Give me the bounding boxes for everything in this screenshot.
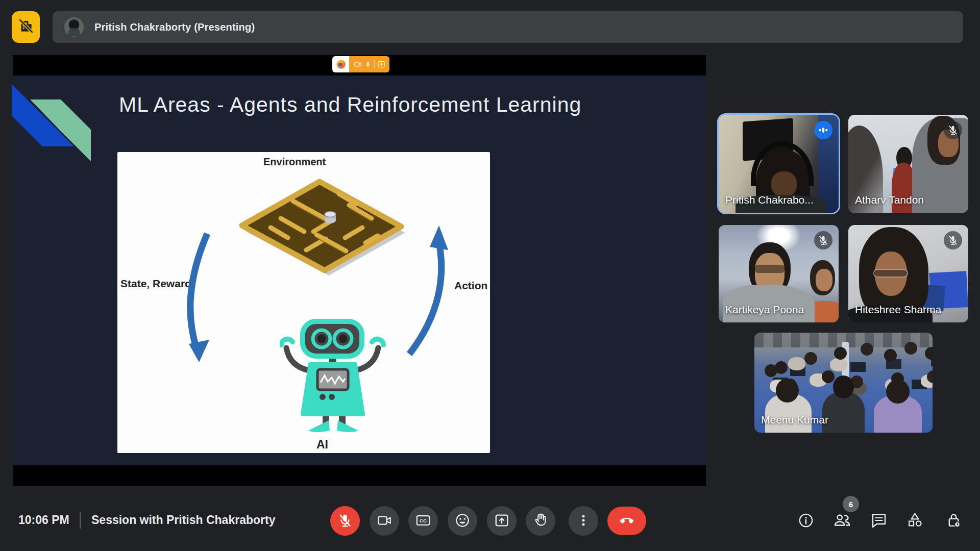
mic-toggle-button[interactable]: [330, 506, 360, 536]
clock: 10:06 PM: [18, 513, 69, 527]
host-controls-button[interactable]: [944, 512, 963, 530]
activities-button[interactable]: [905, 512, 924, 530]
divider: [80, 512, 81, 529]
slide-corner-ribbon: [12, 84, 104, 171]
camera-permission-icon: [354, 60, 362, 68]
building-slash-icon: [16, 16, 36, 38]
camera-toggle-button[interactable]: [370, 506, 399, 536]
google-meet-window: Pritish Chakraborty (Presenting) ML Area…: [0, 0, 980, 551]
meeting-details-button[interactable]: [797, 512, 815, 530]
captions-icon: [415, 513, 431, 530]
info-icon: [798, 512, 814, 530]
presenter-avatar: [64, 17, 84, 37]
firefox-icon: [332, 56, 349, 72]
muted-mic-icon: [944, 121, 962, 139]
microphone-permission-icon: [364, 61, 372, 68]
divider: [374, 60, 375, 68]
letterbox-bottom: [13, 465, 706, 486]
presenting-warning-chip[interactable]: [12, 11, 40, 43]
participant-name: Hiteshree Sharma: [855, 304, 941, 316]
participant-name: Meenu Kumar: [761, 414, 828, 426]
participant-name: Kartikeya Poona: [725, 304, 804, 316]
rl-diagram: Environment State, Reward Action AI: [117, 152, 490, 453]
participant-tile[interactable]: Meenu Kumar: [754, 333, 933, 433]
browser-share-indicator[interactable]: [332, 56, 389, 72]
camera-icon: [377, 513, 392, 530]
reactions-button[interactable]: [448, 506, 477, 536]
raise-hand-button[interactable]: [526, 506, 555, 536]
activities-icon: [906, 512, 923, 530]
people-icon: [834, 512, 851, 531]
slide-title: ML Areas - Agents and Reinforcement Lear…: [119, 93, 581, 117]
present-button[interactable]: [487, 506, 517, 536]
participant-tile[interactable]: Pritish Chakrabo...: [719, 115, 839, 213]
presenter-banner: Pritish Chakraborty (Presenting): [53, 11, 963, 43]
host-controls-lock-icon: [945, 512, 962, 530]
muted-mic-icon: [814, 231, 832, 249]
present-screen-icon: [494, 513, 509, 530]
chat-icon: [871, 512, 887, 530]
participant-tile[interactable]: Atharv Tandon: [848, 115, 968, 213]
captions-button[interactable]: [408, 506, 438, 536]
speaking-indicator-icon: [814, 121, 832, 139]
people-panel-button[interactable]: [833, 512, 851, 530]
more-options-icon: [576, 513, 591, 530]
participant-name: Atharv Tandon: [855, 194, 924, 206]
participant-tile[interactable]: Kartikeya Poona: [719, 225, 839, 322]
ai-robot-illustration: [280, 318, 387, 436]
presenter-name: Pritish Chakraborty (Presenting): [94, 21, 255, 33]
end-call-icon: [619, 512, 635, 530]
mic-off-icon: [337, 513, 353, 530]
emoji-icon: [455, 513, 470, 530]
chat-panel-button[interactable]: [870, 512, 888, 530]
more-options-button[interactable]: [569, 506, 598, 536]
participant-count-badge: 6: [843, 496, 859, 512]
screenshare-permission-icon: [377, 60, 385, 68]
raise-hand-icon: [533, 513, 548, 530]
shared-screen: ML Areas - Agents and Reinforcement Lear…: [13, 55, 706, 486]
participant-name: Pritish Chakrabo...: [725, 194, 814, 206]
muted-mic-icon: [944, 231, 962, 249]
participant-tile[interactable]: Hiteshree Sharma: [848, 225, 968, 322]
session-title: Session with Pritish Chakraborty: [91, 513, 275, 527]
leave-call-button[interactable]: [607, 507, 646, 535]
